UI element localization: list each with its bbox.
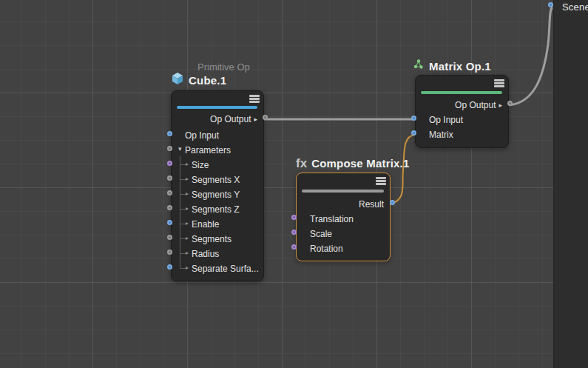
port-row-op-input: Op Input — [172, 128, 263, 143]
compose-result-row: Result — [297, 197, 390, 212]
separate-surfaces-port[interactable] — [167, 264, 172, 270]
size-port[interactable] — [167, 161, 172, 166]
port-label: Segments Y — [172, 190, 240, 200]
scale-port[interactable] — [291, 230, 297, 235]
rotation-port[interactable] — [291, 244, 297, 250]
scene-node-edge[interactable] — [553, 0, 588, 368]
port-label: Matrix — [416, 130, 453, 140]
matrix-node-title[interactable]: Matrix Op.1 — [413, 58, 491, 73]
port-label: Scale — [297, 229, 332, 239]
segments-x-port[interactable] — [167, 175, 172, 181]
tree-branch-icon — [180, 253, 186, 254]
tree-branch-icon — [180, 179, 186, 180]
port-label: Op Input — [416, 115, 463, 125]
port-row-segments: Segments — [172, 232, 263, 247]
port-row-size: Size — [172, 158, 263, 173]
tree-branch-icon — [180, 268, 186, 269]
port-label: Rotation — [297, 244, 343, 254]
parameters-port[interactable] — [167, 146, 172, 151]
cube-node[interactable]: Op Output ▸ Op Input ▾ Parameters Size — [171, 90, 264, 281]
scene-input-port[interactable] — [548, 2, 553, 7]
compose-matrix-node[interactable]: Result Translation Scale Rotation — [296, 173, 391, 261]
port-row-scale: Scale — [297, 227, 390, 241]
translation-port[interactable] — [291, 215, 297, 220]
scene-port-label: Scene — [562, 1, 588, 13]
menu-icon[interactable] — [494, 79, 504, 88]
port-label: Radius — [172, 249, 219, 259]
wire-layer — [0, 0, 588, 368]
output-expand-icon[interactable]: ▸ — [254, 116, 257, 123]
port-row-radius: Radius — [172, 247, 263, 261]
enable-port[interactable] — [167, 220, 172, 225]
cube-icon — [171, 72, 184, 88]
output-expand-icon[interactable]: ▸ — [499, 102, 502, 109]
port-label: Segments X — [172, 175, 240, 185]
cube-op-output-row: Op Output ▸ — [172, 112, 263, 127]
port-row-matrix: Matrix — [416, 127, 508, 142]
tree-branch-icon — [180, 209, 186, 210]
matrix-input-port[interactable] — [411, 130, 416, 136]
port-row-segments-z: Segments Z — [172, 202, 263, 217]
compose-node-title[interactable]: fx Compose Matrix.1 — [296, 157, 410, 170]
result-port[interactable] — [390, 200, 395, 205]
nodes-icon — [413, 58, 425, 73]
port-row-segments-y: Segments Y — [172, 187, 263, 202]
port-label: Separate Surfa... — [172, 264, 259, 274]
cube-title-label: Cube.1 — [189, 74, 226, 87]
cube-category-label: Primitive Op — [197, 61, 250, 73]
cube-node-title[interactable]: Cube.1 — [171, 72, 226, 88]
node-color-bar — [177, 106, 257, 109]
port-label: Segments Z — [172, 204, 240, 215]
segments-z-port[interactable] — [167, 205, 172, 210]
tree-branch-icon — [180, 224, 186, 224]
matrix-node[interactable]: Op Output ▸ Op Input Matrix — [415, 75, 509, 148]
matrix-title-label: Matrix Op.1 — [429, 60, 491, 73]
tree-branch-icon — [180, 238, 186, 239]
port-label: Op Output — [210, 114, 251, 124]
port-row-op-input: Op Input — [416, 113, 508, 127]
radius-port[interactable] — [167, 250, 172, 255]
menu-icon[interactable] — [249, 95, 260, 104]
wire-matrix-to-scene[interactable] — [509, 7, 552, 105]
cube-op-output-port[interactable] — [263, 115, 268, 120]
cube-op-input-port[interactable] — [167, 131, 172, 136]
compose-title-label: Compose Matrix.1 — [311, 157, 409, 170]
port-label: Size — [172, 160, 209, 170]
port-label: Enable — [172, 219, 219, 230]
matrix-op-output-row: Op Output ▸ — [416, 98, 508, 113]
port-label: Op Output — [455, 100, 496, 110]
node-color-bar — [302, 190, 384, 193]
port-row-segments-x: Segments X — [172, 173, 263, 187]
node-color-bar — [421, 91, 502, 94]
fx-icon: fx — [296, 157, 307, 170]
port-label: Translation — [297, 214, 354, 224]
port-row-enable: Enable — [172, 217, 263, 232]
port-label: Segments — [172, 234, 232, 244]
port-row-translation: Translation — [297, 212, 390, 227]
tree-branch-icon — [180, 164, 186, 165]
port-row-rotation: Rotation — [297, 241, 390, 256]
matrix-op-output-port[interactable] — [507, 101, 513, 106]
segments-port[interactable] — [167, 235, 172, 240]
port-row-parameters: ▾ Parameters — [172, 143, 263, 158]
tree-branch-icon — [180, 194, 186, 195]
port-label: Op Input — [172, 130, 219, 141]
node-editor-canvas[interactable]: Scene Primitive Op Cube.1 Op Output ▸ Op… — [0, 0, 588, 368]
port-label: Result — [359, 199, 384, 210]
segments-y-port[interactable] — [167, 190, 172, 195]
matrix-op-input-port[interactable] — [411, 116, 416, 121]
port-row-separate-surfaces: Separate Surfa... — [172, 261, 263, 276]
collapse-triangle-icon[interactable]: ▾ — [178, 146, 182, 153]
menu-icon[interactable] — [376, 177, 386, 186]
